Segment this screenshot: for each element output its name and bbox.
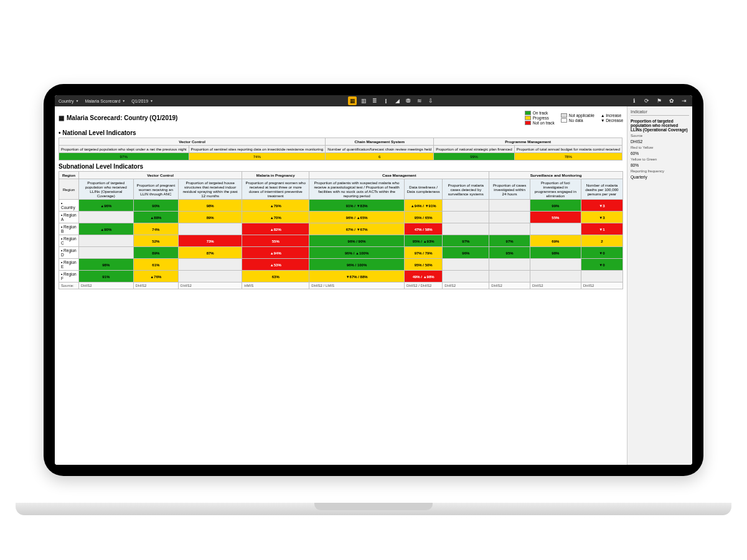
scorecard-cell[interactable]: [530, 271, 581, 282]
scorecard-cell[interactable]: [179, 271, 242, 282]
scorecard-cell[interactable]: [530, 223, 581, 235]
toolbar-icon[interactable]: ℹ: [630, 96, 639, 105]
toolbar-icon[interactable]: ⚑: [655, 96, 664, 105]
scorecard-cell[interactable]: ▲96%: [78, 200, 133, 212]
topbar-menu-item[interactable]: Country ▼: [59, 99, 78, 103]
scorecard-cell[interactable]: [179, 223, 242, 235]
scorecard-cell[interactable]: 95%: [489, 247, 530, 259]
scorecard-cell[interactable]: [78, 212, 133, 223]
scorecard-cell[interactable]: 98%: [179, 200, 242, 212]
scorecard-cell[interactable]: ▲76%: [133, 271, 179, 282]
toolbar-icon[interactable]: ⛃: [404, 96, 413, 105]
scorecard-cell[interactable]: [581, 271, 622, 282]
toolbar-icon[interactable]: ◢: [393, 96, 402, 105]
scorecard-cell[interactable]: 55%: [242, 235, 309, 247]
scorecard-cell[interactable]: 61%: [133, 259, 179, 271]
scorecard-cell[interactable]: 89%: [179, 212, 242, 223]
region-row-label[interactable]: • Region E: [59, 259, 79, 271]
scorecard-cell[interactable]: [489, 271, 530, 282]
scorecard-cell[interactable]: [443, 271, 489, 282]
scorecard-cell[interactable]: 96% / ▲65%: [309, 212, 405, 223]
source-cell: Source:: [59, 282, 79, 289]
toolbar-icon[interactable]: ⇩: [426, 96, 435, 105]
scorecard-cell[interactable]: 97%: [489, 235, 530, 247]
scorecard-cell[interactable]: ▼1: [581, 223, 622, 235]
scorecard-cell[interactable]: 96% / 90%: [309, 235, 405, 247]
scorecard-cell[interactable]: 99%: [530, 200, 581, 212]
scorecard-cell[interactable]: [489, 200, 530, 212]
region-row-label[interactable]: • Region F: [59, 271, 79, 282]
scorecard-cell[interactable]: ▼3: [581, 200, 622, 212]
scorecard-cell[interactable]: ▲53%: [242, 259, 309, 271]
scorecard-cell[interactable]: 95% / ▲93%: [404, 235, 442, 247]
national-value-cell[interactable]: 99%: [434, 153, 514, 161]
scorecard-cell[interactable]: ▲94%: [242, 247, 309, 259]
scorecard-cell[interactable]: [78, 247, 133, 259]
scorecard-cell[interactable]: 96%: [443, 247, 489, 259]
scorecard-cell[interactable]: ▼3: [581, 212, 622, 223]
scorecard-cell[interactable]: ▲94% / ▼91%: [404, 200, 442, 212]
scorecard-cell[interactable]: [489, 212, 530, 223]
scorecard-cell[interactable]: [78, 235, 133, 247]
region-row-label[interactable]: • Region A: [59, 212, 79, 223]
source-cell: DHIS2 / DHIS2: [404, 282, 442, 289]
region-row-label[interactable]: • Region B: [59, 223, 79, 235]
scorecard-cell[interactable]: 49% / ▲98%: [404, 271, 442, 282]
scorecard-cell[interactable]: ▲79%: [242, 200, 309, 212]
scorecard-cell[interactable]: ▲90%: [78, 223, 133, 235]
scorecard-cell[interactable]: 52%: [133, 235, 179, 247]
scorecard-cell[interactable]: 95% / 50%: [404, 259, 442, 271]
toolbar-icon[interactable]: ⫿: [382, 96, 390, 105]
scorecard-cell[interactable]: 95% / 65%: [404, 212, 442, 223]
scorecard-cell[interactable]: 67% / ▼67%: [309, 223, 405, 235]
scorecard-cell[interactable]: [489, 223, 530, 235]
scorecard-cell[interactable]: ▼67% / 88%: [309, 271, 405, 282]
scorecard-cell[interactable]: 97% / 79%: [404, 247, 442, 259]
scorecard-cell[interactable]: 47% / 58%: [404, 223, 442, 235]
scorecard-cell[interactable]: [443, 200, 489, 212]
scorecard-cell[interactable]: [443, 223, 489, 235]
scorecard-cell[interactable]: 96% / ▲100%: [309, 247, 405, 259]
topbar-menu-item[interactable]: Malaria Scorecard ▼: [85, 99, 125, 103]
toolbar-icon[interactable]: ✿: [667, 96, 676, 105]
scorecard-cell[interactable]: 2: [581, 235, 622, 247]
scorecard-cell[interactable]: 73%: [179, 235, 242, 247]
scorecard-cell[interactable]: 89%: [133, 247, 179, 259]
toolbar-icon[interactable]: ⟳: [642, 96, 651, 105]
national-value-cell[interactable]: 78%: [514, 153, 622, 161]
scorecard-cell[interactable]: 91%: [78, 271, 133, 282]
topbar-menu-item[interactable]: Q1/2019 ▼: [131, 99, 153, 103]
scorecard-cell[interactable]: [443, 259, 489, 271]
national-value-cell[interactable]: 97%: [59, 153, 189, 161]
scorecard-cell[interactable]: 90%: [133, 200, 179, 212]
region-row-label[interactable]: • Region D: [59, 247, 79, 259]
scorecard-cell[interactable]: 87%: [179, 247, 242, 259]
scorecard-cell[interactable]: 55%: [530, 212, 581, 223]
scorecard-cell[interactable]: ▼0: [581, 247, 622, 259]
scorecard-cell[interactable]: ▲70%: [242, 212, 309, 223]
toolbar-icon[interactable]: ⇥: [680, 96, 688, 105]
toolbar-icon[interactable]: ≋: [415, 96, 424, 105]
scorecard-cell[interactable]: [489, 259, 530, 271]
scorecard-cell[interactable]: [179, 259, 242, 271]
scorecard-cell[interactable]: ▼0: [581, 259, 622, 271]
region-row-label[interactable]: • Country: [59, 200, 79, 212]
toolbar-icon[interactable]: ≣: [370, 96, 379, 105]
scorecard-cell[interactable]: 91% / ▼83%: [309, 200, 405, 212]
toolbar-icon[interactable]: ▦: [348, 96, 357, 105]
scorecard-cell[interactable]: 97%: [443, 235, 489, 247]
scorecard-cell[interactable]: 98%: [78, 259, 133, 271]
scorecard-cell[interactable]: 74%: [133, 223, 179, 235]
national-value-cell[interactable]: 6: [326, 153, 434, 161]
scorecard-cell[interactable]: [530, 259, 581, 271]
scorecard-cell[interactable]: 96% / 100%: [309, 259, 405, 271]
scorecard-cell[interactable]: 69%: [530, 235, 581, 247]
scorecard-cell[interactable]: 63%: [242, 271, 309, 282]
region-row-label[interactable]: • Region C: [59, 235, 79, 247]
scorecard-cell[interactable]: 98%: [530, 247, 581, 259]
scorecard-cell[interactable]: ▲82%: [242, 223, 309, 235]
scorecard-cell[interactable]: ▲88%: [133, 212, 179, 223]
scorecard-cell[interactable]: [443, 212, 489, 223]
national-value-cell[interactable]: 74%: [189, 153, 326, 161]
toolbar-icon[interactable]: ▥: [359, 96, 368, 105]
